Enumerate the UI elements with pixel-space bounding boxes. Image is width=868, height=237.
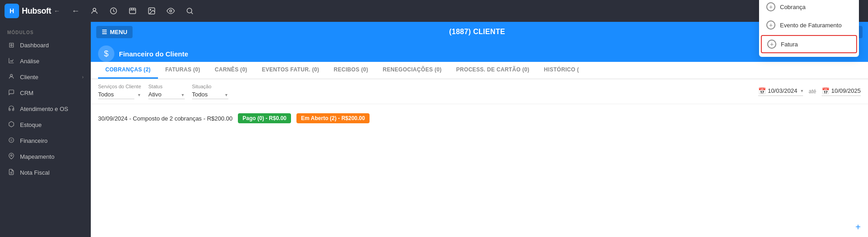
filter-servicos: Serviços do Cliente Todos ▾ xyxy=(98,84,141,99)
list-item-text: 30/09/2024 - Composto de 2 cobranças - R… xyxy=(98,115,232,122)
svg-rect-2 xyxy=(130,8,136,14)
cliente-icon xyxy=(7,73,15,81)
sidebar-item-cliente[interactable]: Cliente › xyxy=(0,69,91,85)
tab-carnes[interactable]: CARNÊS (0) xyxy=(207,62,255,79)
badge-paid: Pago (0) - R$0.00 xyxy=(238,113,291,123)
badge-open: Em Aberto (2) - R$200.00 xyxy=(296,113,370,123)
sidebar-item-analise[interactable]: Análise xyxy=(0,53,91,69)
svg-point-0 xyxy=(93,8,96,11)
content-header: ☰ MENU (1887) CLIENTE ▶ AÇÕES xyxy=(91,22,868,42)
date-from-input[interactable]: 📅 10/03/2024 ▾ xyxy=(758,87,803,96)
filter-situacao-wrapper[interactable]: Todos ▾ xyxy=(192,90,228,99)
search-icon[interactable] xyxy=(182,3,198,19)
menu-icon: ☰ xyxy=(102,29,107,35)
filter-servicos-wrapper[interactable]: Todos ▾ xyxy=(98,90,141,99)
sub-header-title: Financeiro do Cliente xyxy=(119,50,188,58)
sidebar-item-crm[interactable]: CRM xyxy=(0,85,91,101)
filter-status-label: Status xyxy=(148,84,185,89)
crm-icon xyxy=(7,89,15,97)
filter-status-select[interactable]: Ativo Inativo xyxy=(148,90,185,99)
sidebar-item-label: Atendimento e OS xyxy=(20,106,68,112)
calendar-from-icon: 📅 xyxy=(758,87,766,95)
tabs-bar: COBRANÇAS (2) FATURAS (0) CARNÊS (0) EVE… xyxy=(91,62,868,79)
filter-situacao: Situação Todos ▾ xyxy=(192,84,228,99)
sidebar-item-dashboard[interactable]: ⊞ Dashboard xyxy=(0,37,91,53)
date-from-arrow-icon: ▾ xyxy=(801,88,803,93)
sidebar-item-label: Financeiro xyxy=(20,137,48,144)
filters-bar: Serviços do Cliente Todos ▾ Status Ativo… xyxy=(91,79,868,104)
topbar: H Hubsoft ← ← ▾ xyxy=(0,0,868,22)
tab-renegociacoes[interactable]: RENEGOCIAÇÕES (0) xyxy=(375,62,449,79)
page-title: (1887) CLIENTE xyxy=(137,28,817,36)
dollar-icon[interactable] xyxy=(124,3,141,19)
sidebar-item-label: Mapeamento xyxy=(20,153,54,160)
sidebar-item-label: Cliente xyxy=(20,74,38,81)
sidebar-item-label: Estoque xyxy=(20,121,42,128)
select-arrow-icon: ▾ xyxy=(138,92,140,97)
analise-icon xyxy=(7,57,15,65)
sidebar-section-label: MÓDULOS xyxy=(0,26,91,37)
filter-status-wrapper[interactable]: Ativo Inativo ▾ xyxy=(148,90,185,99)
sidebar-item-label: Análise xyxy=(20,58,39,65)
estoque-icon xyxy=(7,121,15,129)
sidebar-item-label: CRM xyxy=(20,90,34,96)
logo-text: Hubsoft xyxy=(22,6,51,16)
sidebar-item-mapeamento[interactable]: Mapeamento xyxy=(0,149,91,165)
tab-faturas[interactable]: FATURAS (0) xyxy=(158,62,207,79)
financeiro-icon xyxy=(7,137,15,145)
filter-situacao-select[interactable]: Todos xyxy=(192,90,228,99)
date-separator: até xyxy=(807,88,818,95)
logo: H Hubsoft ← xyxy=(5,4,60,18)
main-layout: MÓDULOS ⊞ Dashboard Análise Cliente › CR… xyxy=(0,22,868,237)
date-from-value: 10/03/2024 xyxy=(768,87,797,94)
sidebar-item-financeiro[interactable]: Financeiro xyxy=(0,133,91,149)
tab-recibos[interactable]: RECIBOS (0) xyxy=(326,62,375,79)
list-area: 30/09/2024 - Composto de 2 cobranças - R… xyxy=(91,104,868,237)
content-area: ☰ MENU (1887) CLIENTE ▶ AÇÕES $ Financei… xyxy=(91,22,868,237)
tab-cobrancas[interactable]: COBRANÇAS (2) xyxy=(98,62,158,79)
svg-point-13 xyxy=(10,155,12,156)
date-to-value: 10/09/2025 xyxy=(831,87,861,94)
image-icon[interactable] xyxy=(143,3,160,19)
sidebar-item-label: Dashboard xyxy=(20,42,49,49)
svg-point-5 xyxy=(170,10,172,12)
clock-icon[interactable] xyxy=(105,3,122,19)
nota-fiscal-icon xyxy=(7,169,15,176)
atendimento-icon xyxy=(7,105,15,113)
dashboard-icon: ⊞ xyxy=(7,41,15,49)
filter-status: Status Ativo Inativo ▾ xyxy=(148,84,185,99)
tab-eventos-fatur[interactable]: EVENTOS FATUR. (0) xyxy=(255,62,326,79)
nav-back-icon[interactable]: ← xyxy=(67,3,84,19)
svg-point-4 xyxy=(150,9,151,10)
svg-point-11 xyxy=(10,74,13,76)
list-item: 30/09/2024 - Composto de 2 cobranças - R… xyxy=(98,110,861,127)
sidebar: MÓDULOS ⊞ Dashboard Análise Cliente › CR… xyxy=(0,22,91,237)
filter-servicos-select[interactable]: Todos xyxy=(98,90,134,99)
user-icon[interactable] xyxy=(86,3,103,19)
date-to-input[interactable]: 📅 10/09/2025 xyxy=(822,87,861,96)
financeiro-section-icon: $ xyxy=(98,45,114,62)
filter-servicos-label: Serviços do Cliente xyxy=(98,84,141,89)
filter-situacao-label: Situação xyxy=(192,84,228,89)
add-row-button[interactable]: + xyxy=(855,222,861,232)
svg-point-6 xyxy=(187,8,192,13)
logo-box: H xyxy=(5,4,19,18)
chevron-right-icon: › xyxy=(82,75,84,80)
sidebar-item-nota-fiscal[interactable]: Nota Fiscal xyxy=(0,165,91,181)
sidebar-item-atendimento[interactable]: Atendimento e OS xyxy=(0,101,91,117)
mapeamento-icon xyxy=(7,153,15,161)
calendar-to-icon: 📅 xyxy=(822,87,829,95)
logo-back-arrow[interactable]: ← xyxy=(54,7,60,15)
eye-icon[interactable] xyxy=(163,3,179,19)
sidebar-item-label: Nota Fiscal xyxy=(20,169,49,176)
tab-historico[interactable]: HISTÓRICO ( xyxy=(537,62,586,79)
sub-header: $ Financeiro do Cliente xyxy=(91,42,868,62)
date-filter: 📅 10/03/2024 ▾ até 📅 10/09/2025 xyxy=(758,87,861,96)
menu-button[interactable]: ☰ MENU xyxy=(96,26,133,38)
sidebar-item-estoque[interactable]: Estoque xyxy=(0,117,91,133)
tab-process-cartao[interactable]: PROCESS. DE CARTÃO (0) xyxy=(449,62,537,79)
